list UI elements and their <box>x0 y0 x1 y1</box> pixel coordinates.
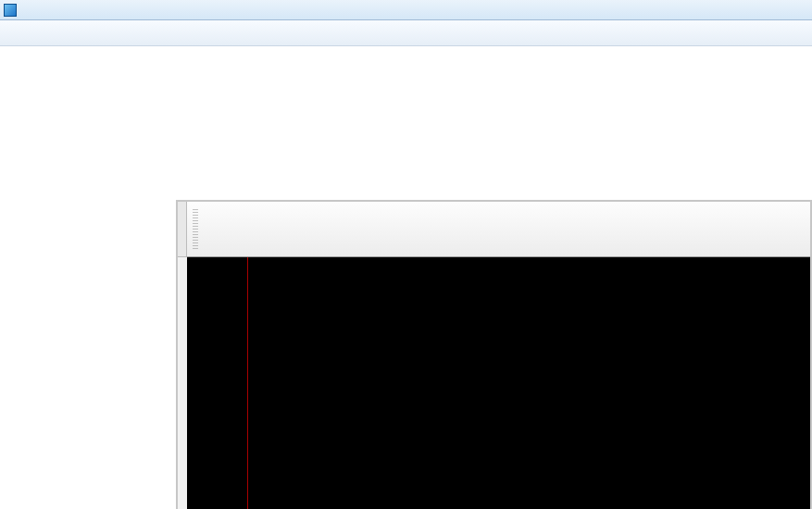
inner-app <box>176 200 812 509</box>
panel-collapse-stub[interactable] <box>178 202 187 257</box>
drawing-toolbar <box>187 202 810 257</box>
chart-area[interactable] <box>187 257 810 509</box>
y-axis <box>187 257 248 509</box>
title-bar <box>0 0 812 20</box>
workspace <box>0 46 812 509</box>
toolbar-grip[interactable] <box>193 209 198 250</box>
app-icon <box>4 4 17 17</box>
menu-bar <box>0 20 812 46</box>
plot-area[interactable] <box>248 257 810 509</box>
